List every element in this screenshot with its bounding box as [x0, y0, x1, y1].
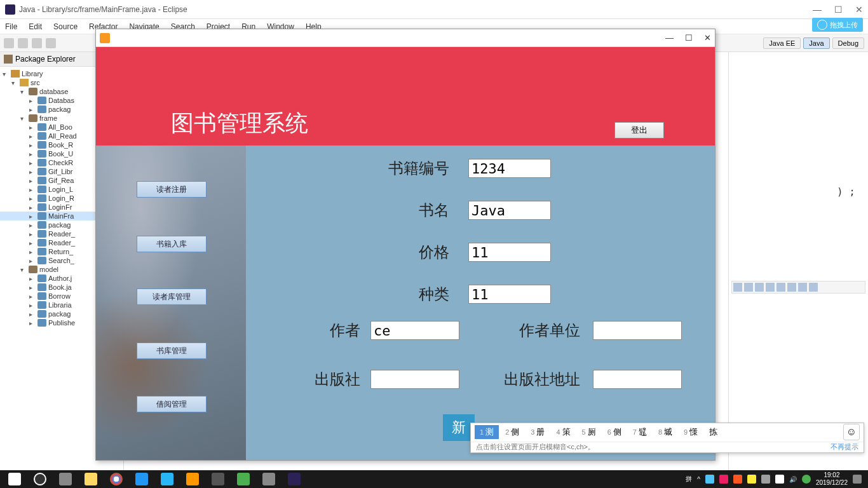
ime-candidate[interactable]: 8墄	[653, 425, 677, 439]
start-button[interactable]	[3, 471, 27, 487]
tool-icon[interactable]	[798, 283, 807, 292]
tray-icon[interactable]	[761, 475, 770, 484]
swing-maximize-icon[interactable]: ☐	[685, 33, 693, 43]
category-label: 种类	[373, 284, 449, 304]
ime-candidate[interactable]: 1测	[475, 425, 499, 439]
tray-icon[interactable]	[802, 475, 811, 484]
volume-icon[interactable]: 🔊	[789, 476, 797, 483]
titlebar-text: Java - Library/src/frame/MainFrame.java …	[19, 5, 187, 14]
eclipse-taskbar-icon[interactable]	[282, 471, 306, 487]
ime-candidate[interactable]: 6侧	[602, 425, 627, 439]
tool-icon[interactable]	[776, 283, 785, 292]
book-entry-button[interactable]: 书籍入库	[137, 236, 207, 252]
tray-icon[interactable]	[705, 475, 714, 484]
app-icon[interactable]	[206, 471, 230, 487]
cortana-button[interactable]	[28, 471, 52, 487]
app-icon[interactable]	[257, 471, 281, 487]
book-id-input[interactable]	[468, 159, 551, 178]
tool-icon[interactable]	[733, 283, 742, 292]
close-icon[interactable]: ✕	[855, 4, 863, 15]
explorer-icon[interactable]	[79, 471, 103, 487]
swing-body: 图书管理系统 登出 读者注册 书籍入库 读者库管理 书库管理 借阅管理 书籍编号…	[96, 47, 715, 460]
window-controls: — ☐ ✕	[813, 4, 863, 15]
swing-minimize-icon[interactable]: —	[665, 33, 674, 43]
ime-candidate[interactable]: 拣	[704, 425, 722, 439]
category-input[interactable]	[468, 285, 551, 304]
swing-close-icon[interactable]: ✕	[704, 33, 711, 43]
chrome-icon[interactable]	[104, 471, 128, 487]
print-icon[interactable]	[46, 38, 56, 48]
tray-icon[interactable]	[733, 475, 742, 484]
app-icon[interactable]	[180, 471, 205, 487]
save-icon[interactable]	[18, 38, 28, 48]
tray-chevron-icon[interactable]: ^	[697, 476, 700, 483]
system-tray: 拼 ^ 🔊 19:02 2019/12/22	[686, 471, 865, 487]
logout-button[interactable]: 登出	[614, 122, 664, 139]
mini-toolbar	[731, 281, 865, 294]
tray-icon[interactable]	[775, 475, 784, 484]
borrow-manage-button[interactable]: 借阅管理	[137, 396, 207, 412]
ime-indicator[interactable]: 拼	[686, 475, 692, 484]
new-icon[interactable]	[4, 38, 14, 48]
author-unit-input[interactable]	[593, 321, 682, 340]
menu-edit[interactable]: Edit	[29, 22, 42, 31]
minimize-icon[interactable]: —	[813, 4, 822, 15]
app-icon[interactable]	[231, 471, 255, 487]
eclipse-icon	[5, 4, 15, 15]
publisher-label: 出版社	[297, 369, 360, 390]
ime-candidate[interactable]: 5厕	[577, 425, 601, 439]
book-manage-button[interactable]: 书库管理	[137, 342, 207, 359]
tool-icon[interactable]	[755, 283, 764, 292]
reader-register-button[interactable]: 读者注册	[137, 181, 207, 198]
book-id-label: 书籍编号	[373, 158, 449, 179]
ime-hint: 点击前往设置页面开启模糊音<c,ch>。 不再提示	[471, 442, 864, 452]
ime-candidates[interactable]: 1测2侧3册4策5厕6侧7鼊8墄9憡拣☺	[471, 423, 864, 442]
reader-manage-button[interactable]: 读者库管理	[137, 288, 207, 305]
book-name-input[interactable]	[468, 201, 551, 220]
publisher-addr-input[interactable]	[593, 370, 682, 389]
ime-dismiss-hint[interactable]: 不再提示	[831, 442, 858, 452]
author-label: 作者	[309, 320, 360, 341]
app-content: 读者注册 书籍入库 读者库管理 书库管理 借阅管理 书籍编号 书名 价格	[96, 146, 715, 460]
publisher-addr-label: 出版社地址	[478, 369, 580, 390]
app-sidebar: 读者注册 书籍入库 读者库管理 书库管理 借阅管理	[96, 146, 246, 460]
tool-icon[interactable]	[744, 283, 753, 292]
tray-icon[interactable]	[719, 475, 728, 484]
tray-icon[interactable]	[747, 475, 756, 484]
menu-source[interactable]: Source	[53, 22, 78, 31]
perspective-java[interactable]: Java	[803, 37, 829, 49]
ime-candidate[interactable]: 4策	[551, 425, 575, 439]
price-input[interactable]	[468, 243, 551, 262]
menu-file[interactable]: File	[5, 22, 17, 31]
perspective-javaee[interactable]: Java EE	[763, 37, 801, 49]
app-icon[interactable]	[155, 471, 179, 487]
app-icon[interactable]	[130, 471, 154, 487]
maximize-icon[interactable]: ☐	[834, 4, 843, 15]
swing-titlebar: — ☐ ✕	[96, 29, 715, 47]
notification-icon[interactable]	[853, 475, 862, 484]
tool-icon[interactable]	[787, 283, 796, 292]
editor-right-strip: ) ;	[728, 52, 868, 470]
save-all-icon[interactable]	[32, 38, 42, 48]
perspective-debug[interactable]: Debug	[832, 37, 864, 49]
java-icon	[100, 33, 110, 43]
ime-candidate[interactable]: 3册	[526, 425, 550, 439]
ime-candidate[interactable]: 2侧	[500, 425, 524, 439]
author-input[interactable]	[370, 321, 459, 340]
eclipse-titlebar: Java - Library/src/frame/MainFrame.java …	[0, 0, 868, 19]
tool-icon[interactable]	[766, 283, 775, 292]
cloud-icon	[817, 20, 827, 30]
publisher-input[interactable]	[370, 370, 459, 389]
tool-icon[interactable]	[809, 283, 818, 292]
app-header: 图书管理系统 登出	[96, 47, 715, 146]
book-form: 书籍编号 书名 价格 种类 作者 作者单位	[246, 146, 715, 460]
taskview-button[interactable]	[53, 471, 78, 487]
windows-taskbar: 拼 ^ 🔊 19:02 2019/12/22	[0, 470, 868, 488]
ime-candidate[interactable]: 7鼊	[628, 425, 652, 439]
ime-candidate[interactable]: 9憡	[679, 425, 703, 439]
ime-emoji-button[interactable]: ☺	[843, 424, 860, 440]
upload-button[interactable]: 拖拽上传	[812, 18, 863, 32]
clock[interactable]: 19:02 2019/12/22	[816, 471, 848, 487]
app-title: 图书管理系统	[171, 108, 308, 139]
ime-candidate-bar: 1测2侧3册4策5厕6侧7鼊8墄9憡拣☺ 点击前往设置页面开启模糊音<c,ch>…	[470, 423, 864, 453]
